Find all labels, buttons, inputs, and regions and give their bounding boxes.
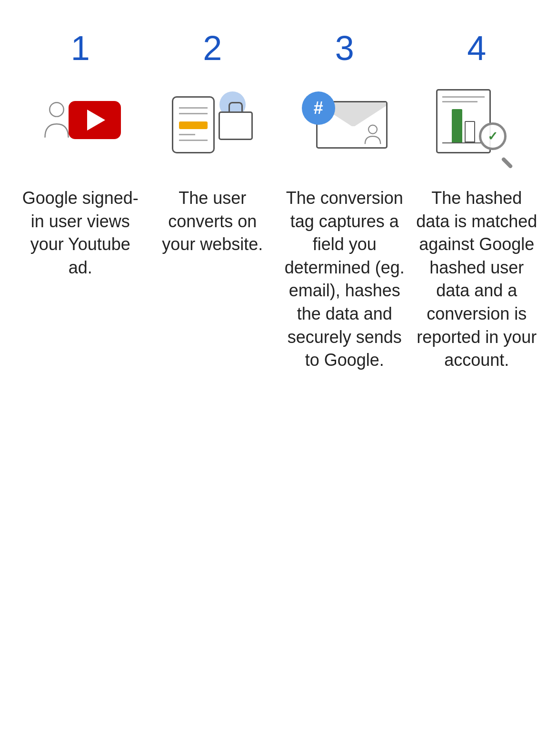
step-3-number: 3 <box>335 29 354 68</box>
step-1: 1 Google signed-in user views your Youtu… <box>19 29 142 279</box>
play-triangle-icon <box>87 110 105 131</box>
hashed-data-icon: ✓ <box>436 89 517 161</box>
conversion-tag-icon: # <box>302 91 388 158</box>
step-3-icon-area: # <box>302 87 388 163</box>
youtube-user-icon <box>40 94 121 156</box>
magnifier-handle-icon <box>501 157 513 169</box>
chart-bar-green-icon <box>452 109 462 142</box>
shopping-bag-icon <box>219 102 253 140</box>
step-4-number: 4 <box>467 29 486 68</box>
step-2-text: The user converts on your website. <box>151 187 274 256</box>
steps-container: 1 Google signed-in user views your Youtu… <box>19 29 538 372</box>
step-4-text: The hashed data is matched against Googl… <box>416 187 538 372</box>
step-1-number: 1 <box>71 29 90 68</box>
step-2-number: 2 <box>203 29 222 68</box>
svg-point-0 <box>50 102 63 116</box>
svg-point-1 <box>368 125 377 134</box>
step-1-icon-area <box>38 87 123 163</box>
step-3-text: The conversion tag captures a field you … <box>283 187 406 372</box>
magnifier-glass-icon: ✓ <box>479 122 507 150</box>
phone-icon <box>172 96 215 153</box>
step-4: 4 ✓ The hashed dat <box>416 29 538 372</box>
person-in-envelope-icon <box>363 123 382 145</box>
check-mark-icon: ✓ <box>487 129 498 144</box>
step-1-text: Google signed-in user views your Youtube… <box>19 187 142 279</box>
step-4-icon-area: ✓ <box>434 87 519 163</box>
user-converts-icon <box>172 91 253 158</box>
step-2: 2 The user converts on <box>151 29 274 256</box>
hash-badge-icon: # <box>302 91 335 125</box>
magnifier-icon: ✓ <box>479 122 517 161</box>
chart-bar-outline-icon <box>465 121 475 142</box>
youtube-play-button-icon <box>69 101 121 139</box>
phone-yellow-bar-icon <box>179 121 208 129</box>
step-3: 3 # The conversion tag captures a field … <box>283 29 406 372</box>
step-2-icon-area <box>169 87 255 163</box>
